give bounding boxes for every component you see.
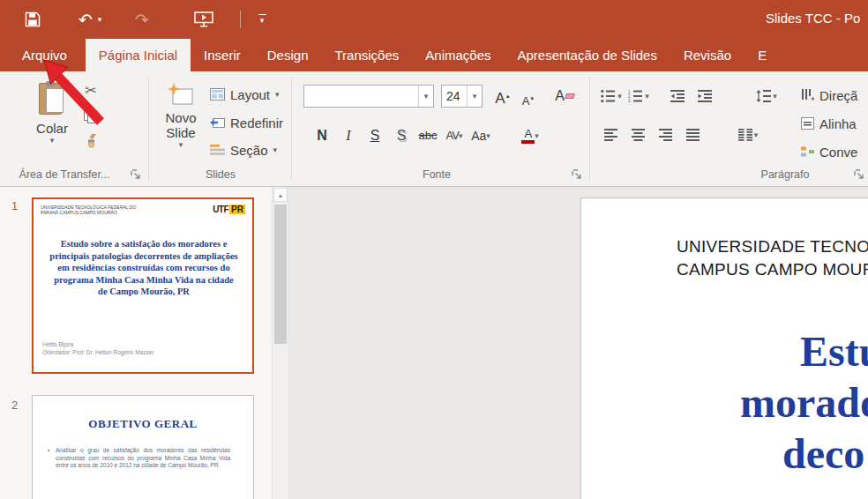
clear-formatting-glyph: A (555, 88, 565, 104)
slide-editing-area[interactable]: UNIVERSIDADE TECNO CAMPUS CAMPO MOUR Est… (288, 187, 868, 499)
slide-1-title-text: Estudo sobre a satisfação dos moradores … (49, 238, 238, 298)
copy-icon (84, 108, 98, 123)
tab-inserir[interactable]: Inserir (191, 39, 254, 71)
numbering-button[interactable]: 1 2 3 ▾ (627, 85, 650, 108)
reset-slide-button[interactable]: Redefinir (210, 111, 283, 134)
svg-text:3: 3 (628, 99, 631, 102)
up-caret-icon: ▲ (505, 93, 511, 99)
font-dialog-launcher[interactable] (572, 168, 583, 180)
bold-button[interactable]: N (311, 123, 333, 147)
clear-formatting-button[interactable]: A (551, 85, 578, 108)
scroll-up-button[interactable]: ▲ (273, 188, 288, 202)
tab-animacoes[interactable]: Animações (412, 39, 504, 71)
redo-icon: ↷ (135, 10, 149, 30)
slide-title-line2[interactable]: morador (740, 378, 868, 427)
copy-button[interactable] (79, 106, 102, 125)
slide-2-thumbnail[interactable]: OBJETIVO GERAL • Analisar o grau de sati… (32, 395, 254, 499)
new-slide-button[interactable]: Novo Slide ▾ (155, 78, 206, 164)
tab-apresentacao-de-slides[interactable]: Apresentação de Slides (505, 39, 670, 71)
panel-scrollbar[interactable]: ▲ (272, 187, 288, 499)
section-button[interactable]: Seção ▾ (210, 138, 277, 161)
bullets-button[interactable]: ▾ (600, 85, 623, 108)
tab-revisao[interactable]: Revisão (670, 39, 745, 71)
ribbon-tab-bar: Arquivo Página Inicial Inserir Design Tr… (0, 39, 868, 71)
justify-button[interactable] (682, 123, 705, 146)
layout-button[interactable]: Layout ▾ (210, 83, 280, 106)
slide-canvas[interactable]: UNIVERSIDADE TECNO CAMPUS CAMPO MOUR Est… (580, 197, 868, 499)
character-spacing-button[interactable]: AV ▾ (443, 123, 466, 147)
slide-1-header-text: UNIVERSIDADE TECNOLÓGICA FEDERAL DO PARA… (41, 205, 146, 215)
increase-font-size-button[interactable]: A ▲ (491, 85, 514, 108)
change-case-button[interactable]: Aa ▾ (469, 123, 492, 147)
paragraph-group-label: Parágrafo (706, 168, 864, 181)
font-name-input[interactable] (304, 86, 418, 107)
cut-button[interactable]: ✂ (79, 80, 102, 100)
text-shadow-button[interactable]: S (390, 123, 413, 147)
chevron-down-icon: ▾ (98, 15, 102, 24)
save-button[interactable] (19, 6, 46, 33)
strikethrough-button[interactable]: abc (416, 123, 439, 147)
text-direction-button[interactable]: Direçã (801, 84, 857, 107)
font-size-input[interactable] (442, 86, 467, 107)
slide-title-line3[interactable]: deco (782, 429, 864, 478)
group-divider (148, 77, 149, 181)
start-presentation-button[interactable] (191, 6, 217, 33)
increase-font-size-glyph: A (495, 90, 505, 108)
svg-text:1: 1 (628, 90, 631, 94)
increase-indent-button[interactable] (693, 85, 716, 108)
convert-smartart-button[interactable]: Conve (801, 140, 857, 163)
chevron-down-icon: ▾ (535, 131, 539, 140)
align-right-button[interactable] (655, 123, 677, 146)
clipboard-dialog-launcher[interactable] (131, 168, 142, 180)
layout-label: Layout (230, 87, 270, 102)
chevron-down-icon: ▾ (773, 92, 777, 101)
columns-icon (738, 129, 752, 141)
font-name-dropdown[interactable]: ▾ (418, 86, 433, 107)
dialog-launcher-icon (854, 169, 865, 181)
tab-pagina-inicial[interactable]: Página Inicial (86, 39, 191, 71)
paste-button[interactable]: Colar ▾ (26, 78, 78, 164)
new-slide-label-line1: Novo (165, 110, 196, 125)
chevron-down-icon: ▾ (473, 92, 477, 101)
tab-transicoes[interactable]: Transições (321, 39, 412, 71)
align-left-icon (604, 129, 618, 141)
font-color-glyph: A (521, 128, 535, 144)
slide-header-line2[interactable]: CAMPUS CAMPO MOUR (677, 260, 868, 279)
align-center-button[interactable] (627, 123, 650, 146)
slide-header-line1[interactable]: UNIVERSIDADE TECNO (677, 237, 868, 257)
overline (258, 14, 266, 15)
font-size-dropdown[interactable]: ▾ (467, 86, 482, 107)
tab-design[interactable]: Design (254, 39, 322, 71)
qat-separator (240, 11, 241, 28)
undo-dropdown-button[interactable]: ▾ (94, 6, 106, 33)
line-spacing-button[interactable]: ▾ (755, 85, 778, 108)
font-name-combobox[interactable]: ▾ (303, 85, 434, 108)
font-color-button[interactable]: A ▾ (519, 123, 542, 147)
underline-button[interactable]: S (363, 123, 386, 147)
paragraph-dialog-launcher[interactable] (854, 168, 865, 180)
start-presentation-icon (194, 11, 213, 27)
chevron-down-icon: ▾ (273, 145, 278, 154)
tab-arquivo[interactable]: Arquivo (9, 39, 80, 71)
customize-qat-button[interactable]: ▾ (249, 6, 275, 33)
columns-button[interactable]: ▾ (737, 123, 760, 146)
slides-group-label: Slides (159, 168, 282, 181)
slide-1-thumbnail[interactable]: UNIVERSIDADE TECNOLÓGICA FEDERAL DO PARA… (32, 197, 254, 374)
group-divider (589, 77, 590, 181)
eraser-icon (565, 93, 575, 99)
text-direction-icon (801, 89, 814, 101)
italic-button[interactable]: I (337, 123, 360, 147)
decrease-indent-button[interactable] (666, 85, 689, 108)
font-size-combobox[interactable]: ▾ (441, 85, 483, 108)
tab-exibir[interactable]: E (745, 39, 780, 71)
align-left-button[interactable] (600, 123, 623, 146)
slide-title-line1[interactable]: Estu (800, 327, 868, 376)
scrollbar-thumb[interactable] (274, 205, 287, 344)
redo-button[interactable]: ↷ (129, 6, 155, 33)
decrease-font-size-button[interactable]: A ▼ (518, 85, 539, 108)
paste-label: Colar (36, 121, 68, 136)
down-caret-icon: ▼ (529, 96, 535, 101)
change-case-glyph: Aa (471, 129, 486, 143)
align-text-button[interactable]: Alinha (801, 112, 857, 135)
format-painter-button[interactable] (79, 131, 102, 151)
